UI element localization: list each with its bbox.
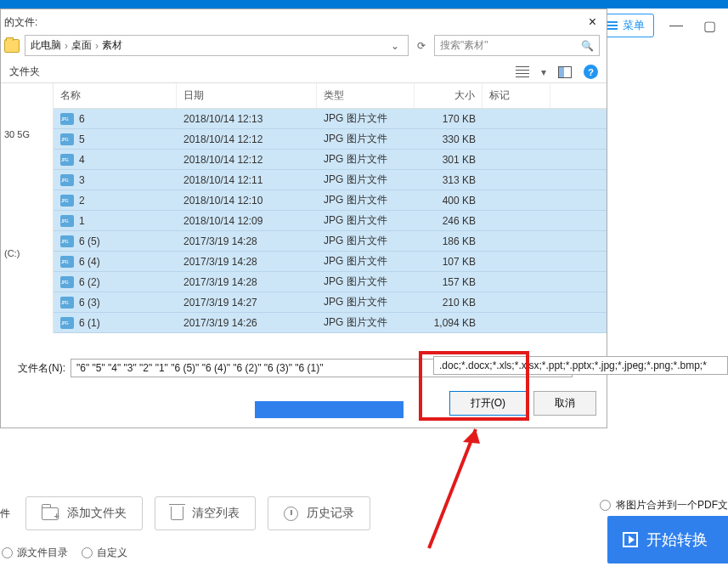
view-dropdown-icon[interactable]: ▾ — [541, 66, 546, 78]
file-size: 107 KB — [415, 253, 483, 270]
search-placeholder: 搜索"素材" — [440, 38, 488, 53]
maximize-button[interactable]: ▢ — [698, 18, 721, 34]
jpg-file-icon — [60, 256, 74, 268]
file-row[interactable]: 12018/10/14 12:09JPG 图片文件246 KB — [54, 211, 607, 231]
bc-item[interactable]: 素材 — [102, 38, 122, 53]
breadcrumb-dropdown-icon[interactable]: ⌄ — [387, 40, 403, 52]
file-type: JPG 图片文件 — [317, 190, 415, 210]
file-tag — [483, 116, 550, 122]
file-name: 4 — [79, 154, 85, 166]
file-type: JPG 图片文件 — [317, 292, 415, 312]
file-tag — [483, 259, 550, 264]
close-button[interactable]: × — [585, 14, 600, 30]
minimize-button[interactable]: — — [664, 18, 688, 33]
file-date: 2017/3/19 14:28 — [177, 253, 317, 270]
file-row[interactable]: 32018/10/14 12:11JPG 图片文件313 KB — [54, 170, 607, 190]
file-row[interactable]: 42018/10/14 12:12JPG 图片文件301 KB — [54, 150, 607, 170]
sidebar-item[interactable]: 30 5G — [4, 126, 49, 143]
file-row[interactable]: 6 (4)2017/3/19 14:28JPG 图片文件107 KB — [54, 252, 607, 272]
col-type[interactable]: 类型 — [317, 83, 415, 108]
file-tag — [483, 320, 550, 326]
file-size: 1,094 KB — [415, 314, 483, 331]
radio-icon — [600, 500, 611, 511]
col-name[interactable]: 名称 — [54, 83, 177, 108]
file-date: 2017/3/19 14:26 — [177, 314, 317, 331]
history-button[interactable]: 历史记录 — [268, 496, 370, 530]
add-folder-label: 添加文件夹 — [67, 506, 127, 521]
file-size: 186 KB — [415, 233, 483, 250]
hamburger-icon — [606, 21, 618, 30]
folder-plus-icon — [42, 507, 59, 520]
clear-list-button[interactable]: 清空列表 — [155, 496, 256, 530]
filename-label: 文件名(N): — [18, 361, 65, 376]
file-type: JPG 图片文件 — [317, 211, 415, 230]
view-list-icon[interactable] — [516, 66, 529, 78]
file-date: 2017/3/19 14:28 — [177, 274, 317, 291]
play-icon — [623, 532, 638, 547]
file-type: JPG 图片文件 — [317, 170, 415, 190]
bc-sep: › — [65, 40, 68, 52]
file-filter-dropdown[interactable]: .doc;*.docx;*.xls;*.xlsx;*.ppt;*.pptx;*.… — [433, 356, 728, 375]
radio-custom[interactable]: 自定义 — [82, 546, 127, 560]
jpg-file-icon — [60, 195, 74, 207]
file-size: 313 KB — [415, 172, 483, 189]
col-size[interactable]: 大小 — [415, 83, 483, 108]
file-type: JPG 图片文件 — [317, 272, 415, 292]
help-icon[interactable]: ? — [584, 65, 598, 79]
file-name: 6 (1) — [79, 317, 100, 329]
label-fragment: 件 — [0, 507, 14, 521]
jpg-file-icon — [60, 297, 74, 309]
add-folder-button[interactable]: 添加文件夹 — [25, 496, 143, 530]
bc-root[interactable]: 此电脑 — [31, 38, 61, 53]
file-row[interactable]: 62018/10/14 12:13JPG 图片文件170 KB — [54, 109, 607, 129]
new-folder-link[interactable]: 文件夹 — [9, 65, 40, 79]
file-date: 2018/10/14 12:11 — [177, 172, 317, 189]
bc-sep: › — [95, 40, 99, 52]
start-convert-button[interactable]: 开始转换 — [607, 516, 728, 564]
bc-item[interactable]: 桌面 — [71, 38, 92, 53]
file-list: 62018/10/14 12:13JPG 图片文件170 KB52018/10/… — [54, 109, 607, 333]
file-row[interactable]: 6 (1)2017/3/19 14:26JPG 图片文件1,094 KB — [54, 313, 607, 333]
svg-marker-1 — [463, 429, 480, 444]
file-date: 2018/10/14 12:12 — [177, 151, 317, 168]
search-input[interactable]: 搜索"素材" 🔍 — [434, 35, 600, 56]
radio-icon — [2, 547, 13, 558]
file-name: 6 (2) — [79, 276, 100, 288]
file-tag — [483, 137, 550, 142]
file-type: JPG 图片文件 — [317, 252, 415, 271]
history-label: 历史记录 — [307, 506, 354, 521]
clock-icon — [284, 507, 298, 521]
merge-option[interactable]: 将图片合并到一个PDF文 — [600, 498, 728, 513]
sidebar-item[interactable]: (C:) — [4, 245, 49, 262]
file-type: JPG 图片文件 — [317, 313, 415, 332]
file-name: 1 — [79, 215, 85, 227]
start-label: 开始转换 — [646, 530, 708, 550]
refresh-icon[interactable]: ⟳ — [414, 40, 429, 52]
file-name: 5 — [79, 133, 85, 145]
file-row[interactable]: 6 (3)2017/3/19 14:27JPG 图片文件210 KB — [54, 292, 607, 313]
open-button[interactable]: 打开(O) — [449, 391, 527, 416]
file-size: 157 KB — [415, 274, 483, 291]
radio-source-dir[interactable]: 源文件目录 — [2, 546, 68, 560]
col-date[interactable]: 日期 — [177, 83, 317, 108]
file-date: 2018/10/14 12:09 — [177, 212, 317, 229]
folder-icon[interactable] — [4, 39, 20, 53]
file-row[interactable]: 22018/10/14 12:10JPG 图片文件400 KB — [54, 190, 607, 211]
file-row[interactable]: 6 (5)2017/3/19 14:28JPG 图片文件186 KB — [54, 231, 607, 252]
background-button-fragment — [255, 401, 404, 418]
jpg-file-icon — [60, 317, 74, 329]
file-row[interactable]: 52018/10/14 12:12JPG 图片文件330 KB — [54, 129, 607, 150]
preview-pane-icon[interactable] — [558, 66, 572, 78]
file-name: 6 (5) — [79, 235, 100, 247]
file-date: 2017/3/19 14:27 — [177, 294, 317, 311]
breadcrumb[interactable]: 此电脑 › 桌面 › 素材 ⌄ — [25, 35, 409, 56]
file-name: 3 — [79, 174, 85, 186]
file-tag — [483, 198, 550, 203]
col-tag[interactable]: 标记 — [483, 83, 550, 108]
file-row[interactable]: 6 (2)2017/3/19 14:28JPG 图片文件157 KB — [54, 272, 607, 292]
file-type: JPG 图片文件 — [317, 150, 415, 169]
merge-label: 将图片合并到一个PDF文 — [616, 498, 728, 513]
file-tag — [483, 178, 550, 183]
file-date: 2018/10/14 12:12 — [177, 131, 317, 148]
cancel-button[interactable]: 取消 — [533, 391, 596, 416]
